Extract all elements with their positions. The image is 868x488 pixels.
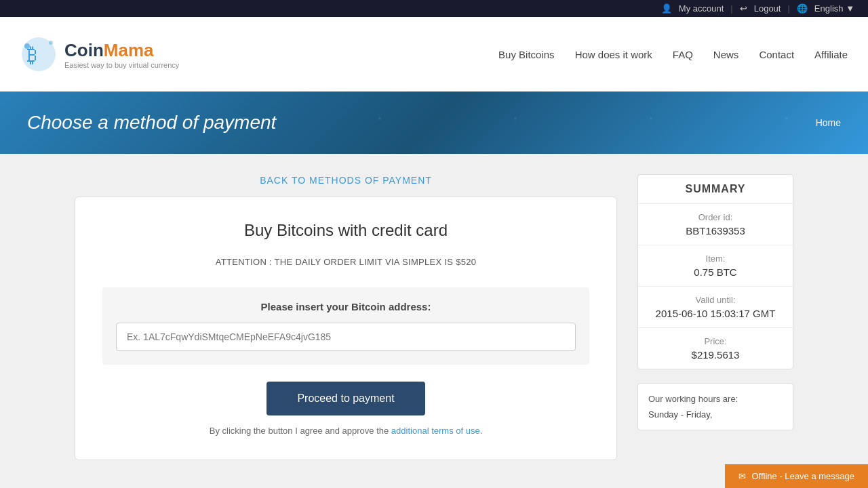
order-id-label: Order id: — [648, 212, 783, 222]
summary-item-row: Item: 0.75 BTC — [638, 245, 793, 287]
nav-buy-bitcoins[interactable]: Buy Bitcoins — [498, 49, 555, 60]
separator2: | — [787, 3, 789, 14]
header: ₿ CoinMama Easiest way to buy virtual cu… — [0, 17, 868, 92]
logo-area: ₿ CoinMama Easiest way to buy virtual cu… — [20, 36, 179, 73]
logo-text: CoinMama Easiest way to buy virtual curr… — [64, 40, 179, 69]
offline-chat-label: Offline - Leave a message — [751, 471, 854, 481]
logout-link[interactable]: Logout — [754, 3, 781, 14]
logout-icon: ↩ — [740, 3, 747, 14]
order-id-value: BBT1639353 — [648, 225, 783, 237]
terms-link[interactable]: additional terms of use — [391, 426, 480, 436]
item-value: 0.75 BTC — [648, 266, 783, 278]
payment-card: Buy Bitcoins with credit card ATTENTION … — [75, 197, 617, 460]
logo-icon: ₿ — [20, 36, 58, 73]
right-panel: SUMMARY Order id: BBT1639353 Item: 0.75 … — [637, 174, 793, 460]
summary-valid-row: Valid until: 2015-06-10 15:03:17 GMT — [638, 287, 793, 328]
breadcrumb: Home — [816, 117, 841, 128]
svg-point-2 — [24, 43, 30, 49]
main-content: BACK TO METHODS OF PAYMENT Buy Bitcoins … — [61, 174, 807, 460]
nav-affiliate[interactable]: Affiliate — [814, 49, 848, 60]
price-label: Price: — [648, 336, 783, 346]
bitcoin-address-group: Please insert your Bitcoin address: — [102, 287, 589, 365]
topbar: 👤 My account | ↩ Logout | 🌐 English ▼ — [0, 0, 868, 17]
globe-icon: 🌐 — [797, 3, 808, 14]
hero-banner: Choose a method of payment Home — [0, 92, 868, 154]
terms-text: By clicking the button I agree and appro… — [102, 426, 589, 436]
hero-title: Choose a method of payment — [27, 112, 276, 134]
nav-faq[interactable]: FAQ — [673, 49, 693, 60]
offline-chat-widget[interactable]: ✉ Offline - Leave a message — [725, 464, 868, 481]
valid-label: Valid until: — [648, 295, 783, 305]
my-account-link[interactable]: My account — [679, 3, 724, 14]
working-hours-box: Our working hours are: Sunday - Friday, — [637, 383, 793, 430]
main-nav: Buy Bitcoins How does it work FAQ News C… — [498, 49, 848, 60]
nav-how-it-works[interactable]: How does it work — [575, 49, 652, 60]
nav-news[interactable]: News — [713, 49, 739, 60]
separator1: | — [730, 3, 732, 14]
nav-contact[interactable]: Contact — [759, 49, 794, 60]
svg-point-3 — [49, 41, 53, 45]
attention-text: ATTENTION : THE DAILY ORDER LIMIT VIA SI… — [102, 257, 589, 267]
chat-icon: ✉ — [738, 471, 746, 481]
summary-title: SUMMARY — [638, 175, 793, 204]
proceed-to-payment-button[interactable]: Proceed to payment — [267, 382, 425, 415]
working-hours-title: Our working hours are: — [648, 394, 783, 404]
breadcrumb-home-link[interactable]: Home — [816, 117, 841, 128]
account-icon: 👤 — [661, 3, 672, 14]
valid-value: 2015-06-10 15:03:17 GMT — [648, 308, 783, 319]
price-value: $219.5613 — [648, 349, 783, 361]
bitcoin-address-input[interactable] — [116, 323, 576, 351]
summary-price-row: Price: $219.5613 — [638, 328, 793, 369]
summary-box: SUMMARY Order id: BBT1639353 Item: 0.75 … — [637, 174, 793, 369]
logo-tagline: Easiest way to buy virtual currency — [64, 61, 179, 69]
logo-brand: CoinMama — [64, 40, 179, 61]
card-title: Buy Bitcoins with credit card — [102, 221, 589, 240]
back-link-container: BACK TO METHODS OF PAYMENT — [75, 174, 617, 186]
summary-order-id-row: Order id: BBT1639353 — [638, 204, 793, 245]
working-hours-row1: Sunday - Friday, — [648, 409, 783, 420]
back-to-payment-methods-link[interactable]: BACK TO METHODS OF PAYMENT — [260, 175, 432, 186]
address-label: Please insert your Bitcoin address: — [116, 301, 576, 312]
language-link[interactable]: English ▼ — [814, 3, 854, 14]
item-label: Item: — [648, 253, 783, 264]
left-panel: BACK TO METHODS OF PAYMENT Buy Bitcoins … — [75, 174, 617, 460]
